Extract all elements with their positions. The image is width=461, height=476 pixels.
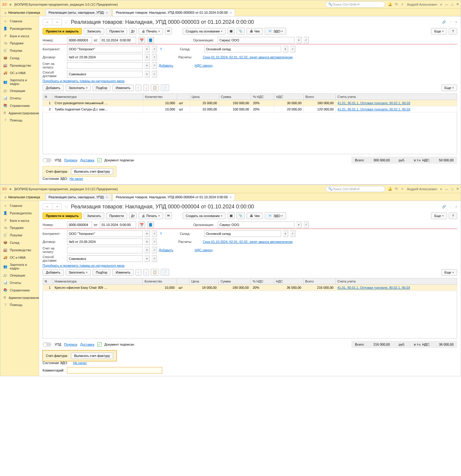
hamburger-icon[interactable]: ≡	[10, 187, 11, 191]
settings-icon[interactable]: ≡	[440, 187, 442, 191]
open-icon[interactable]: ↗	[152, 247, 157, 253]
more-icon[interactable]: ⋮	[449, 205, 452, 209]
user-label[interactable]: Андрей Алексеевич	[407, 187, 437, 191]
tbl-fill-button[interactable]: Заполнить	[66, 269, 91, 276]
open-icon[interactable]: ↗	[152, 62, 157, 69]
sign-link[interactable]: Подписи	[64, 343, 77, 346]
close-icon[interactable]: ✕	[456, 187, 459, 191]
home-tab[interactable]: ⌂ Начальная страница	[0, 9, 44, 16]
comment-input[interactable]	[67, 367, 162, 374]
org-input[interactable]	[218, 37, 295, 43]
delivery-link[interactable]: Доставка	[80, 158, 94, 162]
sidebar-item[interactable]: ?Помощь	[0, 117, 39, 124]
sidebar-item[interactable]: 🏭Производство	[0, 62, 39, 69]
col-vat[interactable]: НДС	[274, 94, 303, 100]
history-icon[interactable]: ↻	[395, 187, 398, 191]
post-close-button[interactable]: Провести и закрыть	[43, 213, 82, 219]
sidebar-item[interactable]: 🛍Продажи	[0, 40, 39, 47]
favorite-icon[interactable]: ☆	[64, 19, 68, 25]
open-icon[interactable]: ↗	[290, 230, 295, 237]
date-input[interactable]	[100, 221, 136, 228]
post-button[interactable]: Провести	[106, 213, 127, 219]
mail-icon[interactable]: ✉	[165, 28, 172, 35]
sidebar-item[interactable]: 👥Зарплата и кадры	[0, 77, 39, 87]
upd-toggle[interactable]	[43, 342, 52, 347]
open-icon[interactable]: ↗	[303, 221, 309, 228]
tbl-more-button[interactable]: Еще	[441, 85, 457, 91]
wh-input[interactable]	[204, 46, 281, 52]
col-nom[interactable]: Номенклатура	[53, 94, 143, 100]
more-button[interactable]: Еще	[431, 28, 447, 35]
sidebar-item[interactable]: 🏭Производство	[0, 246, 39, 254]
sf-button[interactable]: Выписать счет-фактуру	[71, 352, 113, 359]
dropdown-icon[interactable]: ▾	[296, 221, 302, 228]
help-button[interactable]: ?	[449, 213, 457, 219]
tab-close-icon[interactable]: ×	[230, 195, 232, 199]
nav-fwd-icon[interactable]: →	[52, 204, 62, 210]
col-qty[interactable]: Количество	[143, 94, 177, 100]
open-icon[interactable]: ↗	[152, 238, 157, 245]
dropdown-icon[interactable]: ▾	[283, 46, 288, 52]
sidebar-item[interactable]: ⚙Администрирование	[0, 294, 39, 301]
paste-icon[interactable]: 📄	[161, 84, 169, 91]
open-icon[interactable]: ↗	[303, 37, 309, 43]
help-button[interactable]: ?	[449, 28, 457, 35]
vat-link[interactable]: НДС сверху	[195, 64, 213, 67]
acc-link[interactable]: 41.01, 90.01.1, Оптовая торговля, 90.02.…	[337, 286, 410, 289]
up-icon[interactable]: ↑	[136, 269, 141, 276]
dropdown-icon[interactable]: ▾	[144, 46, 150, 52]
dropdown-icon[interactable]: ▾	[144, 255, 150, 262]
sidebar-item[interactable]: 🛍Продажи	[0, 224, 39, 231]
open-icon[interactable]: ↗	[152, 230, 157, 237]
up-icon[interactable]: ↑	[136, 85, 141, 91]
calc-link[interactable]: Срок 01.10.2024, 62.01, 62.02, зачет ава…	[203, 240, 292, 244]
check-button[interactable]: 🖶 Чек	[247, 213, 263, 219]
delivery-input[interactable]	[67, 255, 143, 262]
sidebar-item[interactable]: 📚Справочники	[0, 102, 39, 109]
sidebar-item[interactable]: ≡Главное	[0, 202, 39, 209]
link-icon[interactable]: 🔗	[442, 20, 446, 24]
post-close-button[interactable]: Провести и закрыть	[43, 28, 82, 35]
col-total[interactable]: Всего	[303, 94, 336, 100]
add-link[interactable]: Добавить	[159, 64, 173, 67]
edo-button[interactable]: 📧 ЭДО	[265, 28, 286, 35]
sidebar-item[interactable]: 🚚ОС и НМА	[0, 69, 39, 77]
open-icon[interactable]: ↗	[152, 46, 157, 52]
tab-close-icon[interactable]: ×	[230, 10, 232, 15]
star-icon[interactable]: ☆	[401, 187, 404, 191]
clip-icon[interactable]: 📎	[236, 212, 245, 219]
invoice-input[interactable]	[67, 247, 143, 253]
tab-list[interactable]: Реализация (акты, накладные, УПД)×	[45, 193, 111, 201]
search-input[interactable]: 🔍 Поиск Ctrl+Shift+F	[325, 186, 385, 192]
table-row[interactable]: 2 Тумба подкатная Сатурн-Д с зам… 10,000…	[43, 106, 457, 113]
help-icon[interactable]: ?	[160, 47, 162, 51]
delivery-link[interactable]: Доставка	[80, 343, 94, 346]
sidebar-item[interactable]: ≡Главное	[0, 18, 39, 25]
favorite-icon[interactable]: ☆	[64, 204, 68, 210]
number-input[interactable]	[67, 221, 92, 228]
save-button[interactable]: Записать	[84, 213, 104, 219]
tree-icon[interactable]: ▦	[228, 28, 235, 35]
post-button[interactable]: Провести	[106, 28, 127, 35]
save-button[interactable]: Записать	[84, 28, 104, 35]
tbl-more-button[interactable]: Еще	[441, 269, 457, 276]
signed-checkbox[interactable]: ✓	[97, 158, 102, 162]
sidebar-item[interactable]: 🚚ОС и НМА	[0, 254, 39, 261]
signed-checkbox[interactable]: ✓	[97, 342, 102, 347]
hamburger-icon[interactable]: ≡	[10, 3, 11, 6]
date-input[interactable]	[100, 37, 136, 43]
calendar-icon[interactable]: 📅	[138, 37, 145, 43]
maximize-icon[interactable]: □	[451, 187, 453, 191]
create-based-button[interactable]: Создать на основании	[183, 28, 226, 35]
open-icon[interactable]: ↗	[290, 46, 295, 52]
open-icon[interactable]: ↗	[152, 71, 157, 77]
tree-icon[interactable]: ▦	[228, 212, 235, 219]
star-icon[interactable]: ☆	[401, 2, 404, 6]
sidebar-item[interactable]: 👤Руководителю	[0, 25, 39, 32]
close-icon[interactable]: ✕	[456, 2, 459, 6]
settings-icon[interactable]: ≡	[440, 3, 442, 6]
fur-link[interactable]: Подобрать и проверить товары из натураль…	[43, 264, 124, 267]
sidebar-item[interactable]: 📊Отчеты	[0, 279, 39, 286]
sign-link[interactable]: Подписи	[64, 158, 77, 162]
sidebar-item[interactable]: 👤Руководителю	[0, 209, 39, 217]
